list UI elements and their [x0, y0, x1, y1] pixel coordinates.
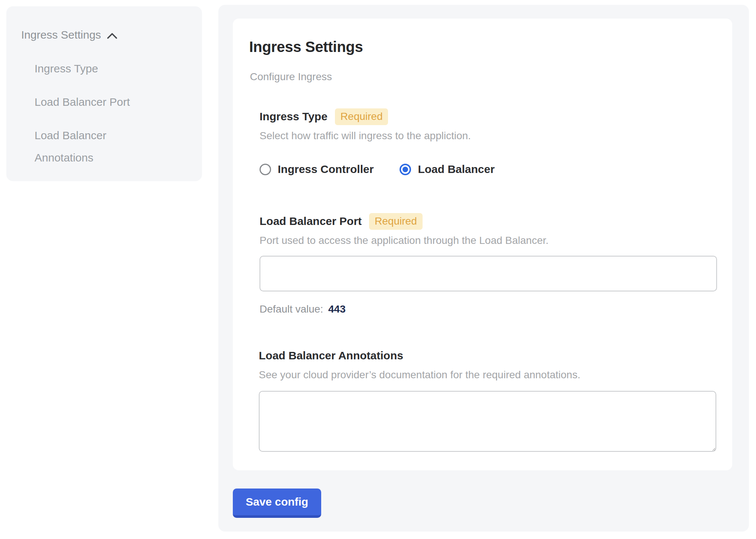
settings-nav-sidebar: Ingress Settings Ingress Type Load Balan…	[6, 6, 202, 181]
default-value-line: Default value: 443	[260, 303, 717, 315]
field-load-balancer-port: Load Balancer Port Required Port used to…	[260, 213, 717, 315]
ingress-type-radio-group: Ingress Controller Load Balancer	[260, 163, 495, 176]
radio-label-ingress-controller: Ingress Controller	[278, 163, 374, 176]
page-title: Ingress Settings	[249, 38, 363, 56]
page-subtitle: Configure Ingress	[250, 71, 332, 83]
required-badge: Required	[369, 213, 423, 230]
load-balancer-annotations-textarea[interactable]	[259, 391, 716, 452]
default-value-number: 443	[328, 303, 346, 315]
sidebar-sub-items: Ingress Type Load Balancer Port Load Bal…	[35, 58, 163, 180]
load-balancer-port-input[interactable]	[260, 256, 717, 291]
radio-load-balancer[interactable]: Load Balancer	[400, 163, 495, 176]
field-description-load-balancer-port: Port used to access the application thro…	[260, 235, 717, 246]
sidebar-parent-label: Ingress Settings	[21, 29, 101, 41]
sidebar-item-ingress-settings[interactable]: Ingress Settings	[21, 29, 117, 41]
ingress-settings-card: Ingress Settings Configure Ingress Ingre…	[233, 19, 732, 470]
chevron-up-icon	[107, 31, 117, 39]
sidebar-item-load-balancer-annotations[interactable]: Load Balancer Annotations	[35, 124, 163, 169]
radio-circle-icon[interactable]	[400, 164, 411, 175]
field-label-load-balancer-annotations: Load Balancer Annotations	[259, 349, 403, 362]
field-label-ingress-type: Ingress Type	[260, 110, 328, 123]
sidebar-item-ingress-type[interactable]: Ingress Type	[35, 58, 163, 80]
field-ingress-type: Ingress Type Required Select how traffic…	[260, 108, 495, 176]
radio-label-load-balancer: Load Balancer	[418, 163, 495, 176]
field-load-balancer-annotations: Load Balancer Annotations See your cloud…	[259, 347, 716, 452]
radio-circle-icon[interactable]	[260, 164, 271, 175]
sidebar-item-load-balancer-port[interactable]: Load Balancer Port	[35, 91, 163, 113]
required-badge: Required	[335, 108, 388, 125]
save-config-button[interactable]: Save config	[233, 489, 321, 518]
field-description-ingress-type: Select how traffic will ingress to the a…	[260, 130, 495, 141]
radio-ingress-controller[interactable]: Ingress Controller	[260, 163, 374, 176]
default-value-label: Default value:	[260, 303, 323, 315]
settings-main-panel: Ingress Settings Configure Ingress Ingre…	[218, 5, 749, 532]
field-label-load-balancer-port: Load Balancer Port	[260, 215, 362, 228]
field-description-load-balancer-annotations: See your cloud provider’s documentation …	[259, 369, 716, 380]
